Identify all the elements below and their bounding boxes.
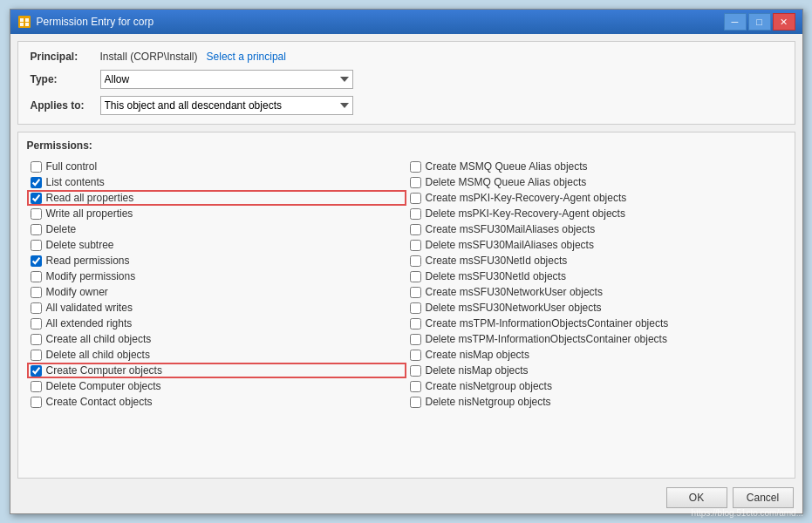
perm-label-delete-subtree: Delete subtree (46, 239, 114, 251)
perm-checkbox-delete-mssfu30-network-user[interactable] (410, 302, 421, 314)
minimize-button[interactable]: ─ (724, 13, 747, 31)
permissions-grid: Full controlCreate MSMQ Queue Alias obje… (27, 159, 786, 410)
perm-checkbox-delete-mssfu30-mail-aliases[interactable] (410, 240, 421, 251)
perm-label-all-validated-writes: All validated writes (46, 302, 133, 314)
perm-checkbox-full-control[interactable] (31, 161, 42, 173)
perm-checkbox-create-computer[interactable] (31, 365, 42, 377)
close-button[interactable]: ✕ (773, 13, 795, 31)
perm-checkbox-all-validated-writes[interactable] (31, 302, 42, 314)
perm-label-create-mspki-key-recovery: Create msPKI-Key-Recovery-Agent objects (426, 192, 627, 204)
perm-label-delete-computer: Delete Computer objects (46, 380, 161, 392)
perm-item-create-nisnetgroup: Create nisNetgroup objects (406, 378, 786, 394)
perm-checkbox-create-mspki-key-recovery[interactable] (410, 193, 421, 204)
perm-checkbox-create-mstpm-container[interactable] (410, 318, 421, 329)
perm-item-modify-permissions: Modify permissions (27, 268, 406, 284)
perm-checkbox-read-all-properties[interactable] (31, 193, 42, 204)
perm-checkbox-delete-computer[interactable] (31, 381, 42, 392)
perm-label-all-extended-rights: All extended rights (46, 317, 133, 329)
perm-checkbox-modify-owner[interactable] (31, 287, 42, 298)
perm-checkbox-create-mssfu30-netid[interactable] (410, 255, 421, 267)
perm-checkbox-write-all-properties[interactable] (31, 208, 42, 220)
perm-label-create-msmq-queue-alias: Create MSMQ Queue Alias objects (426, 160, 588, 173)
perm-checkbox-delete-all-child[interactable] (31, 350, 42, 361)
perm-item-create-msmq-queue-alias: Create MSMQ Queue Alias objects (406, 159, 786, 174)
perm-checkbox-create-nisnetgroup[interactable] (410, 381, 421, 392)
perm-item-delete-all-child: Delete all child objects (27, 347, 406, 363)
perm-item-read-permissions: Read permissions (27, 253, 406, 268)
perm-item-delete-subtree: Delete subtree (27, 237, 406, 253)
perm-item-delete-msmq-queue-alias: Delete MSMQ Queue Alias objects (406, 174, 786, 190)
perm-checkbox-create-nismap[interactable] (410, 350, 421, 361)
perm-checkbox-create-all-child[interactable] (31, 334, 42, 345)
perm-checkbox-delete-mssfu30-netid[interactable] (410, 271, 421, 282)
perm-item-delete-nisnetgroup: Delete nisNetgroup objects (406, 394, 786, 410)
perm-checkbox-delete[interactable] (31, 224, 42, 235)
perm-item-delete-computer: Delete Computer objects (27, 378, 406, 394)
perm-checkbox-create-mssfu30-network-user[interactable] (410, 287, 421, 298)
perm-checkbox-all-extended-rights[interactable] (31, 318, 42, 329)
perm-label-delete-nismap: Delete nisMap objects (426, 364, 529, 377)
perm-label-modify-permissions: Modify permissions (46, 270, 136, 282)
cancel-button[interactable]: Cancel (733, 487, 794, 508)
perm-label-modify-owner: Modify owner (46, 286, 108, 298)
applies-select[interactable]: This object and all descendant objects (100, 96, 353, 115)
perm-label-delete-mssfu30-mail-aliases: Delete msSFU30MailAliases objects (426, 239, 594, 251)
perm-checkbox-modify-permissions[interactable] (31, 271, 42, 282)
perm-label-delete-msmq-queue-alias: Delete MSMQ Queue Alias objects (426, 176, 587, 188)
perm-checkbox-delete-subtree[interactable] (31, 240, 42, 251)
perm-item-create-nismap: Create nisMap objects (406, 347, 786, 363)
svg-rect-2 (25, 18, 29, 22)
perm-label-delete-mstpm-container: Delete msTPM-InformationObjectsContainer… (426, 333, 667, 345)
perm-label-list-contents: List contents (46, 176, 105, 188)
perm-item-all-validated-writes: All validated writes (27, 300, 406, 316)
window-body: Principal: Install (CORP\Install) Select… (10, 34, 802, 513)
perm-checkbox-create-mssfu30-mail-aliases[interactable] (410, 224, 421, 235)
perm-checkbox-create-contact[interactable] (31, 397, 42, 408)
perm-item-delete-mstpm-container: Delete msTPM-InformationObjectsContainer… (406, 331, 786, 347)
perm-item-create-mspki-key-recovery: Create msPKI-Key-Recovery-Agent objects (406, 190, 786, 206)
ok-button[interactable]: OK (666, 487, 727, 508)
perm-checkbox-delete-mspki-key-recovery[interactable] (410, 208, 421, 220)
permissions-section: Permissions: Full controlCreate MSMQ Que… (17, 132, 795, 479)
principal-value: Install (CORP\Install) (100, 51, 198, 63)
window-icon (17, 15, 31, 29)
perm-item-create-mssfu30-mail-aliases: Create msSFU30MailAliases objects (406, 221, 786, 237)
perm-checkbox-delete-msmq-queue-alias[interactable] (410, 177, 421, 188)
perm-label-create-mstpm-container: Create msTPM-InformationObjectsContainer… (426, 317, 669, 329)
maximize-button[interactable]: □ (748, 13, 771, 31)
perm-checkbox-create-msmq-queue-alias[interactable] (410, 161, 421, 173)
principal-row: Principal: Install (CORP\Install) Select… (31, 51, 782, 63)
perm-label-create-computer: Create Computer objects (46, 364, 162, 377)
perm-label-create-nisnetgroup: Create nisNetgroup objects (426, 380, 552, 392)
permissions-scroll[interactable]: Full controlCreate MSMQ Queue Alias obje… (27, 159, 786, 471)
perm-label-create-mssfu30-network-user: Create msSFU30NetworkUser objects (426, 286, 603, 298)
title-bar: Permission Entry for corp ─ □ ✕ (10, 10, 802, 34)
perm-item-delete-nismap: Delete nisMap objects (406, 363, 786, 378)
select-principal-link[interactable]: Select a principal (207, 51, 286, 63)
perm-checkbox-read-permissions[interactable] (31, 255, 42, 267)
perm-label-create-all-child: Create all child objects (46, 333, 152, 345)
perm-checkbox-delete-nisnetgroup[interactable] (410, 397, 421, 408)
perm-label-delete: Delete (46, 223, 77, 235)
perm-label-read-permissions: Read permissions (46, 255, 130, 267)
applies-label: Applies to: (31, 99, 100, 112)
perm-item-read-all-properties: Read all properties (27, 190, 406, 206)
perm-label-delete-mssfu30-network-user: Delete msSFU30NetworkUser objects (426, 302, 602, 314)
perm-item-write-all-properties: Write all properties (27, 206, 406, 221)
perm-label-create-nismap: Create nisMap objects (426, 349, 529, 361)
type-select[interactable]: Allow (100, 70, 353, 89)
perm-item-delete: Delete (27, 221, 406, 237)
top-section: Principal: Install (CORP\Install) Select… (17, 41, 795, 125)
applies-row: Applies to: This object and all descenda… (31, 96, 782, 115)
perm-item-modify-owner: Modify owner (27, 284, 406, 300)
perm-item-delete-mspki-key-recovery: Delete msPKI-Key-Recovery-Agent objects (406, 206, 786, 221)
perm-checkbox-delete-nismap[interactable] (410, 365, 421, 377)
perm-label-full-control: Full control (46, 160, 98, 173)
perm-checkbox-list-contents[interactable] (31, 177, 42, 188)
perm-checkbox-delete-mstpm-container[interactable] (410, 334, 421, 345)
perm-item-full-control: Full control (27, 159, 406, 174)
perm-item-delete-mssfu30-network-user: Delete msSFU30NetworkUser objects (406, 300, 786, 316)
perm-item-create-mssfu30-network-user: Create msSFU30NetworkUser objects (406, 284, 786, 300)
svg-rect-3 (20, 23, 24, 26)
perm-label-delete-mssfu30-netid: Delete msSFU30NetId objects (426, 270, 566, 282)
